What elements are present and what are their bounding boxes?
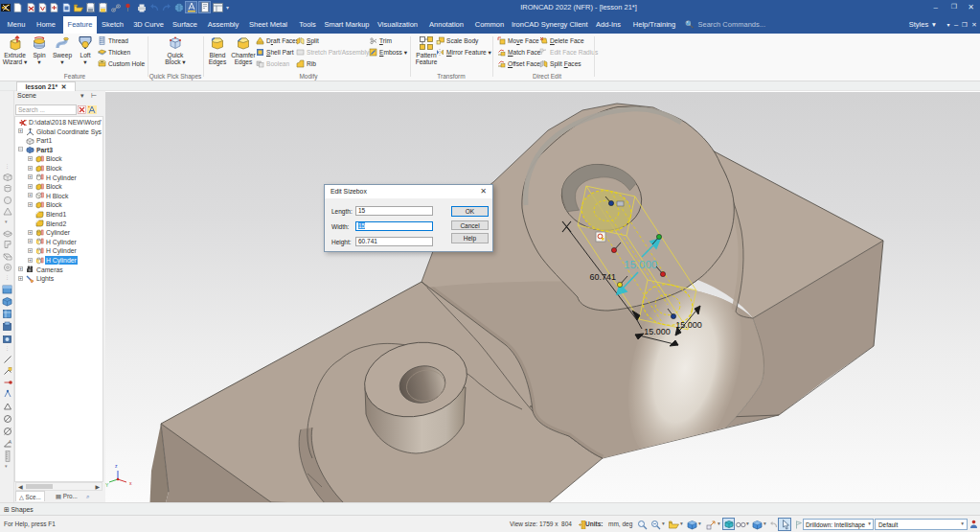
svg-text:60.741: 60.741 (589, 272, 616, 282)
svg-text:15.000: 15.000 (644, 327, 671, 336)
svg-text:z: z (115, 463, 118, 469)
svg-text:15.000: 15.000 (675, 320, 702, 330)
svg-text:x: x (129, 480, 132, 486)
svg-text:15.000: 15.000 (624, 259, 657, 270)
svg-text:A: A (9, 440, 11, 445)
svg-text:Y: Y (105, 482, 109, 488)
